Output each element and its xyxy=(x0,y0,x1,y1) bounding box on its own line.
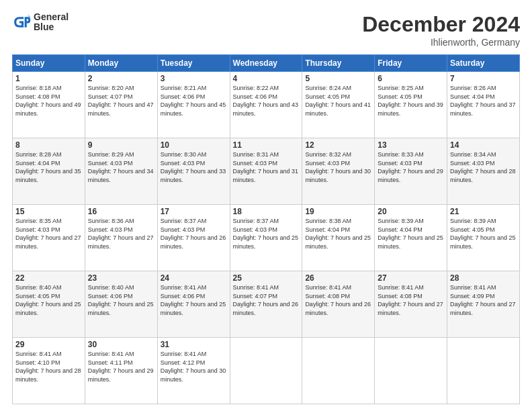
calendar-week-row: 8 Sunrise: 8:28 AMSunset: 4:04 PMDayligh… xyxy=(13,138,520,205)
day-number: 26 xyxy=(305,273,371,283)
calendar-cell: 25 Sunrise: 8:41 AMSunset: 4:07 PMDaylig… xyxy=(230,271,302,338)
day-number: 3 xyxy=(161,74,227,83)
day-info: Sunrise: 8:18 AMSunset: 4:08 PMDaylight:… xyxy=(15,84,82,118)
day-number: 14 xyxy=(450,140,517,150)
calendar-cell: 15 Sunrise: 8:35 AMSunset: 4:03 PMDaylig… xyxy=(13,205,85,271)
day-number: 10 xyxy=(161,140,227,150)
calendar-cell: 16 Sunrise: 8:36 AMSunset: 4:03 PMDaylig… xyxy=(85,205,157,271)
day-info: Sunrise: 8:33 AMSunset: 4:03 PMDaylight:… xyxy=(378,150,444,184)
month-title: December 2024 xyxy=(362,12,520,37)
day-number: 28 xyxy=(450,273,517,283)
calendar-cell: 30 Sunrise: 8:41 AMSunset: 4:11 PMDaylig… xyxy=(85,338,157,404)
day-number: 16 xyxy=(88,207,154,216)
day-number: 2 xyxy=(88,74,154,83)
calendar-cell: 8 Sunrise: 8:28 AMSunset: 4:04 PMDayligh… xyxy=(13,138,85,205)
calendar-week-row: 15 Sunrise: 8:35 AMSunset: 4:03 PMDaylig… xyxy=(13,205,520,271)
day-number: 25 xyxy=(233,273,300,283)
col-header-tuesday: Tuesday xyxy=(157,55,230,72)
day-number: 20 xyxy=(378,207,444,216)
day-info: Sunrise: 8:36 AMSunset: 4:03 PMDaylight:… xyxy=(88,217,154,250)
day-number: 6 xyxy=(378,74,444,83)
day-info: Sunrise: 8:37 AMSunset: 4:03 PMDaylight:… xyxy=(233,217,300,250)
calendar-cell xyxy=(447,338,520,404)
day-number: 21 xyxy=(450,207,517,216)
day-number: 23 xyxy=(88,273,154,283)
calendar-week-row: 1 Sunrise: 8:18 AMSunset: 4:08 PMDayligh… xyxy=(13,72,520,138)
day-info: Sunrise: 8:21 AMSunset: 4:06 PMDaylight:… xyxy=(161,84,227,118)
calendar-cell: 23 Sunrise: 8:40 AMSunset: 4:06 PMDaylig… xyxy=(85,271,157,338)
day-number: 19 xyxy=(305,207,371,216)
day-info: Sunrise: 8:41 AMSunset: 4:06 PMDaylight:… xyxy=(161,283,227,317)
calendar-cell: 12 Sunrise: 8:32 AMSunset: 4:03 PMDaylig… xyxy=(302,138,375,205)
calendar-cell: 31 Sunrise: 8:41 AMSunset: 4:12 PMDaylig… xyxy=(157,338,230,404)
day-info: Sunrise: 8:41 AMSunset: 4:10 PMDaylight:… xyxy=(15,350,82,383)
day-info: Sunrise: 8:30 AMSunset: 4:03 PMDaylight:… xyxy=(161,150,227,184)
calendar-cell: 4 Sunrise: 8:22 AMSunset: 4:06 PMDayligh… xyxy=(230,72,302,138)
logo-text: General Blue xyxy=(34,12,69,33)
day-info: Sunrise: 8:34 AMSunset: 4:03 PMDaylight:… xyxy=(450,150,517,184)
day-number: 11 xyxy=(233,140,300,150)
calendar-cell: 5 Sunrise: 8:24 AMSunset: 4:05 PMDayligh… xyxy=(302,72,375,138)
calendar-cell: 2 Sunrise: 8:20 AMSunset: 4:07 PMDayligh… xyxy=(85,72,157,138)
col-header-sunday: Sunday xyxy=(13,55,85,72)
day-number: 29 xyxy=(15,340,82,349)
day-info: Sunrise: 8:26 AMSunset: 4:04 PMDaylight:… xyxy=(450,84,517,118)
day-number: 18 xyxy=(233,207,300,216)
day-info: Sunrise: 8:40 AMSunset: 4:05 PMDaylight:… xyxy=(15,283,82,317)
day-info: Sunrise: 8:41 AMSunset: 4:08 PMDaylight:… xyxy=(378,283,444,317)
calendar-cell: 27 Sunrise: 8:41 AMSunset: 4:08 PMDaylig… xyxy=(375,271,447,338)
col-header-thursday: Thursday xyxy=(302,55,375,72)
col-header-friday: Friday xyxy=(375,55,447,72)
calendar-cell: 18 Sunrise: 8:37 AMSunset: 4:03 PMDaylig… xyxy=(230,205,302,271)
day-number: 31 xyxy=(161,340,227,349)
day-number: 17 xyxy=(161,207,227,216)
calendar-cell: 17 Sunrise: 8:37 AMSunset: 4:03 PMDaylig… xyxy=(157,205,230,271)
day-info: Sunrise: 8:41 AMSunset: 4:09 PMDaylight:… xyxy=(450,283,517,317)
calendar-cell: 11 Sunrise: 8:31 AMSunset: 4:03 PMDaylig… xyxy=(230,138,302,205)
day-info: Sunrise: 8:28 AMSunset: 4:04 PMDaylight:… xyxy=(15,150,82,184)
calendar-cell: 24 Sunrise: 8:41 AMSunset: 4:06 PMDaylig… xyxy=(157,271,230,338)
day-info: Sunrise: 8:31 AMSunset: 4:03 PMDaylight:… xyxy=(233,150,300,184)
calendar-cell: 22 Sunrise: 8:40 AMSunset: 4:05 PMDaylig… xyxy=(13,271,85,338)
day-info: Sunrise: 8:38 AMSunset: 4:04 PMDaylight:… xyxy=(305,217,371,250)
col-header-saturday: Saturday xyxy=(447,55,520,72)
day-info: Sunrise: 8:41 AMSunset: 4:07 PMDaylight:… xyxy=(233,283,300,317)
day-number: 12 xyxy=(305,140,371,150)
day-info: Sunrise: 8:29 AMSunset: 4:03 PMDaylight:… xyxy=(88,150,154,184)
calendar-cell: 28 Sunrise: 8:41 AMSunset: 4:09 PMDaylig… xyxy=(447,271,520,338)
day-number: 27 xyxy=(378,273,444,283)
calendar-cell xyxy=(302,338,375,404)
day-number: 1 xyxy=(15,74,82,83)
calendar-cell: 19 Sunrise: 8:38 AMSunset: 4:04 PMDaylig… xyxy=(302,205,375,271)
calendar-cell: 3 Sunrise: 8:21 AMSunset: 4:06 PMDayligh… xyxy=(157,72,230,138)
day-info: Sunrise: 8:37 AMSunset: 4:03 PMDaylight:… xyxy=(161,217,227,250)
calendar-cell: 13 Sunrise: 8:33 AMSunset: 4:03 PMDaylig… xyxy=(375,138,447,205)
day-number: 7 xyxy=(450,74,517,83)
calendar-table: SundayMondayTuesdayWednesdayThursdayFrid… xyxy=(12,54,520,404)
calendar-cell: 1 Sunrise: 8:18 AMSunset: 4:08 PMDayligh… xyxy=(13,72,85,138)
calendar-cell: 29 Sunrise: 8:41 AMSunset: 4:10 PMDaylig… xyxy=(13,338,85,404)
calendar-cell xyxy=(230,338,302,404)
calendar-week-row: 29 Sunrise: 8:41 AMSunset: 4:10 PMDaylig… xyxy=(13,338,520,404)
logo-line1: General xyxy=(34,12,69,22)
calendar-cell: 14 Sunrise: 8:34 AMSunset: 4:03 PMDaylig… xyxy=(447,138,520,205)
calendar-cell: 10 Sunrise: 8:30 AMSunset: 4:03 PMDaylig… xyxy=(157,138,230,205)
col-header-wednesday: Wednesday xyxy=(230,55,302,72)
day-number: 30 xyxy=(88,340,154,349)
day-info: Sunrise: 8:39 AMSunset: 4:04 PMDaylight:… xyxy=(378,217,444,250)
calendar-cell: 9 Sunrise: 8:29 AMSunset: 4:03 PMDayligh… xyxy=(85,138,157,205)
day-number: 8 xyxy=(15,140,82,150)
col-header-monday: Monday xyxy=(85,55,157,72)
day-info: Sunrise: 8:39 AMSunset: 4:05 PMDaylight:… xyxy=(450,217,517,250)
calendar-cell: 21 Sunrise: 8:39 AMSunset: 4:05 PMDaylig… xyxy=(447,205,520,271)
day-info: Sunrise: 8:25 AMSunset: 4:05 PMDaylight:… xyxy=(378,84,444,118)
calendar-cell: 7 Sunrise: 8:26 AMSunset: 4:04 PMDayligh… xyxy=(447,72,520,138)
logo: General Blue xyxy=(12,12,69,33)
day-info: Sunrise: 8:35 AMSunset: 4:03 PMDaylight:… xyxy=(15,217,82,250)
day-number: 9 xyxy=(88,140,154,150)
day-number: 15 xyxy=(15,207,82,216)
location: Ihlienworth, Germany xyxy=(362,37,520,48)
calendar-cell: 26 Sunrise: 8:41 AMSunset: 4:08 PMDaylig… xyxy=(302,271,375,338)
logo-icon xyxy=(12,13,31,32)
day-info: Sunrise: 8:32 AMSunset: 4:03 PMDaylight:… xyxy=(305,150,371,184)
